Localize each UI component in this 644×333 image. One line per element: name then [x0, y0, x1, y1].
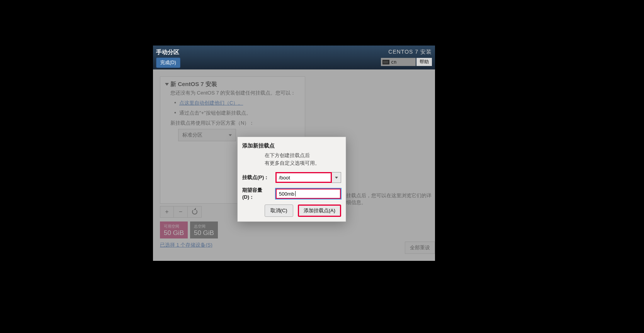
auto-create-item: • 点这里自动创建他们（C）。 [174, 100, 300, 106]
section-title: 新 CentOS 7 安装 [170, 81, 217, 88]
text-cursor [295, 191, 296, 196]
scheme-select[interactable]: 标准分区 [178, 129, 236, 141]
content-area: 新 CentOS 7 安装 您还没有为 CentOS 7 的安装创建任何挂载点。… [153, 69, 435, 261]
dialog-desc-line1: 在下方创建挂载点后 [265, 152, 310, 158]
auto-create-link[interactable]: 点这里自动创建他们（C）。 [179, 100, 243, 106]
add-mount-button[interactable]: + [160, 206, 174, 218]
mount-point-input[interactable] [275, 172, 332, 183]
total-space-value: 50 GiB [194, 229, 214, 237]
installer-label: CENTOS 7 安装 [388, 49, 432, 56]
section-header[interactable]: 新 CentOS 7 安装 [165, 81, 300, 88]
chevron-down-icon [335, 177, 338, 179]
section-desc: 您还没有为 CentOS 7 的安装创建任何挂载点。您可以： [170, 90, 300, 96]
header-left: 手动分区 完成(D) [156, 49, 180, 68]
keyboard-indicator[interactable]: cn [381, 58, 416, 66]
header-bar: 手动分区 完成(D) CENTOS 7 安装 cn 帮助 [153, 46, 435, 69]
installer-window: 手动分区 完成(D) CENTOS 7 安装 cn 帮助 新 CentOS 7 … [153, 46, 435, 261]
dialog-desc: 在下方创建挂载点后 有更多自定义选项可用。 [265, 152, 341, 167]
help-button[interactable]: 帮助 [416, 58, 432, 66]
dialog-desc-line2: 有更多自定义选项可用。 [265, 160, 320, 166]
keyboard-layout-text: cn [391, 59, 396, 65]
reload-icon [192, 209, 197, 215]
mount-point-input-wrap [275, 172, 341, 183]
manual-hint-text: 通过点击"+"按钮创建新挂载点。 [179, 110, 251, 117]
total-space-box: 总空间 50 GiB [190, 221, 218, 238]
page-title: 手动分区 [156, 49, 180, 56]
add-mount-dialog: 添加新挂载点 在下方创建挂载点后 有更多自定义选项可用。 挂载点(P)： 期望容… [237, 137, 346, 222]
header-right: CENTOS 7 安装 cn 帮助 [381, 49, 432, 66]
capacity-label: 期望容量(D)： [242, 187, 273, 201]
scheme-label: 新挂载点将使用以下分区方案（N）： [170, 120, 300, 127]
chevron-down-icon [229, 134, 232, 136]
keyboard-icon [382, 60, 389, 64]
reset-all-button[interactable]: 全部重设 [405, 242, 435, 254]
mount-point-row: 挂载点(P)： [242, 172, 341, 183]
bullet-icon: • [174, 110, 176, 116]
right-panel-hint: 挂载点后，您可以在这里浏览它们的详细信息。 [346, 192, 435, 206]
dialog-title: 添加新挂载点 [242, 142, 341, 149]
dialog-buttons: 取消(C) 添加挂载点(A) [242, 205, 341, 217]
done-button[interactable]: 完成(D) [156, 57, 180, 68]
storage-devices-link[interactable]: 已选择 1 个存储设备(S) [160, 242, 212, 248]
reload-button[interactable] [188, 206, 202, 218]
bullet-icon: • [174, 100, 176, 106]
lang-help-row: cn 帮助 [381, 58, 432, 66]
capacity-input[interactable] [275, 188, 341, 199]
mount-point-dropdown[interactable] [332, 172, 341, 183]
mount-point-label: 挂载点(P)： [242, 174, 273, 181]
cancel-button[interactable]: 取消(C) [265, 205, 293, 217]
expand-icon [165, 83, 169, 86]
available-space-label: 可用空间 [164, 224, 184, 229]
capacity-input-wrap [275, 188, 341, 199]
available-space-value: 50 GiB [164, 229, 184, 237]
remove-mount-button[interactable]: − [174, 206, 188, 218]
capacity-row: 期望容量(D)： [242, 187, 341, 201]
manual-hint-item: • 通过点击"+"按钮创建新挂载点。 [174, 110, 300, 117]
available-space-box: 可用空间 50 GiB [160, 221, 188, 238]
total-space-label: 总空间 [194, 224, 214, 229]
scheme-value: 标准分区 [182, 132, 202, 139]
space-summary: 可用空间 50 GiB 总空间 50 GiB [160, 221, 428, 238]
add-mount-point-button[interactable]: 添加挂载点(A) [298, 205, 341, 217]
